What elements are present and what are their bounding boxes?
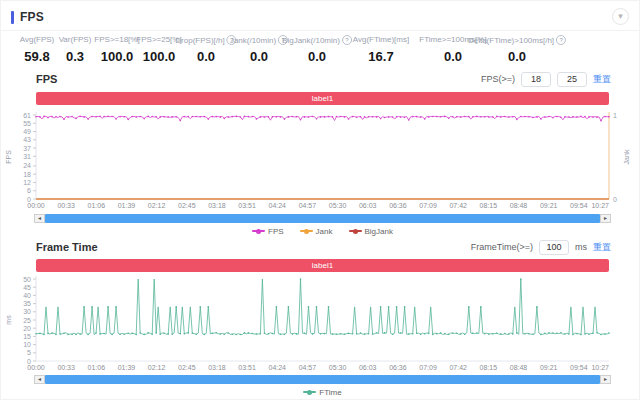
svg-text:25: 25 (23, 317, 31, 324)
svg-text:18: 18 (23, 171, 31, 178)
series-FTime (35, 278, 610, 335)
svg-text:45: 45 (23, 284, 31, 291)
svg-text:07:42: 07:42 (449, 364, 467, 371)
fps-section-header: FPS FPS(>=) 重置 (36, 71, 611, 87)
svg-text:00:33: 00:33 (57, 202, 75, 209)
ftime-reset-link[interactable]: 重置 (593, 241, 611, 254)
scroll-left-icon[interactable]: ◂ (34, 214, 45, 223)
svg-text:20: 20 (23, 325, 31, 332)
svg-text:04:24: 04:24 (268, 364, 286, 371)
stat-fps-ge-18: FPS>=18[%] 100.0 (94, 35, 139, 64)
scroll-left-icon[interactable]: ◂ (34, 375, 45, 384)
stat-delta-ftime: Delta(FTime)>100ms[/h]? 0.0 (468, 35, 566, 64)
svg-text:50: 50 (23, 276, 31, 283)
svg-text:08:15: 08:15 (480, 202, 498, 209)
stat-value: 0.0 (468, 49, 566, 64)
svg-text:02:12: 02:12 (148, 364, 166, 371)
svg-text:03:51: 03:51 (238, 364, 256, 371)
svg-text:24: 24 (23, 162, 31, 169)
accent-bar (11, 11, 14, 24)
stat-bigjank: BigJank(/10min)? 0.0 (282, 35, 352, 64)
fps-chart-legend: FPSJankBigJank (36, 226, 609, 236)
legend-label: Jank (316, 227, 333, 236)
svg-text:07:09: 07:09 (419, 202, 437, 209)
collapse-button[interactable]: ▾ (612, 8, 629, 25)
svg-text:40: 40 (23, 292, 31, 299)
svg-text:02:12: 02:12 (148, 202, 166, 209)
stat-value: 0.0 (282, 49, 352, 64)
svg-text:FPS: FPS (5, 150, 12, 164)
svg-text:09:54: 09:54 (570, 364, 588, 371)
stat-value: 16.7 (353, 49, 409, 64)
info-icon[interactable]: ? (556, 35, 566, 45)
fps-chart[interactable]: 61554943373124181260FPS10Jank00:0000:330… (1, 107, 640, 211)
legend-item-BigJank[interactable]: BigJank (349, 227, 393, 236)
legend-marker-icon (252, 230, 265, 232)
legend-item-Jank[interactable]: Jank (300, 227, 333, 236)
svg-text:00:33: 00:33 (57, 364, 75, 371)
legend-label: BigJank (365, 227, 393, 236)
svg-text:01:06: 01:06 (88, 364, 106, 371)
svg-text:08:48: 08:48 (510, 364, 528, 371)
svg-text:30: 30 (23, 308, 31, 315)
ftime-chart-scrollbar: ◂ ▸ (34, 375, 611, 384)
svg-text:43: 43 (23, 136, 31, 143)
svg-text:35: 35 (23, 300, 31, 307)
svg-text:07:42: 07:42 (449, 202, 467, 209)
stat-drop-fps: Drop(FPS)[/h]? 0.0 (175, 35, 236, 64)
svg-text:08:15: 08:15 (480, 364, 498, 371)
svg-text:06:03: 06:03 (359, 364, 377, 371)
svg-text:06:03: 06:03 (359, 202, 377, 209)
legend-label: FPS (268, 227, 284, 236)
scrollbar-thumb[interactable] (45, 214, 600, 223)
svg-text:06:36: 06:36 (389, 364, 407, 371)
stat-value: 0.0 (175, 49, 236, 64)
svg-text:10:27: 10:27 (591, 364, 609, 371)
svg-text:1: 1 (613, 112, 617, 119)
panel-title: FPS (20, 10, 44, 24)
svg-text:01:06: 01:06 (88, 202, 106, 209)
svg-text:49: 49 (23, 128, 31, 135)
svg-text:6: 6 (27, 187, 31, 194)
fps-threshold-input-1[interactable] (521, 72, 551, 87)
stat-value: 100.0 (94, 49, 139, 64)
legend-item-FTime[interactable]: FTime (303, 388, 341, 397)
svg-text:15: 15 (23, 333, 31, 340)
axes: 61554943373124181260FPS10Jank00:0000:330… (5, 112, 630, 210)
svg-text:0: 0 (613, 196, 617, 203)
svg-text:03:18: 03:18 (208, 364, 226, 371)
info-icon[interactable]: ? (342, 35, 352, 45)
ftime-section-header: Frame Time FrameTime(>=) ms 重置 (36, 239, 611, 255)
series-FPS (35, 116, 610, 122)
scrollbar-thumb[interactable] (45, 375, 600, 384)
stats-row: Avg(FPS) 59.8 Var(FPS) 0.3 FPS>=18[%] 10… (1, 35, 640, 67)
ftime-unit-label: ms (575, 242, 587, 252)
fps-reset-link[interactable]: 重置 (593, 73, 611, 86)
scroll-right-icon[interactable]: ▸ (600, 375, 611, 384)
svg-text:09:54: 09:54 (570, 202, 588, 209)
stat-avg-ftime: Avg(FTime)[ms] 16.7 (353, 35, 409, 64)
svg-text:12: 12 (23, 179, 31, 186)
scroll-right-icon[interactable]: ▸ (600, 214, 611, 223)
stat-jank: Jank(/10min)? 0.0 (230, 35, 288, 64)
ftime-chart[interactable]: 50454035302520151050ms00:0000:3301:0601:… (1, 273, 640, 373)
svg-text:06:36: 06:36 (389, 202, 407, 209)
fps-threshold-input-2[interactable] (557, 72, 587, 87)
svg-text:55: 55 (23, 120, 31, 127)
performance-panel: FPS ▾ Avg(FPS) 59.8 Var(FPS) 0.3 FPS>=18… (0, 0, 640, 400)
svg-text:09:21: 09:21 (540, 364, 558, 371)
svg-text:02:45: 02:45 (178, 202, 196, 209)
svg-text:31: 31 (23, 153, 31, 160)
legend-label: FTime (319, 388, 341, 397)
stat-value: 59.8 (20, 49, 55, 64)
svg-text:04:57: 04:57 (299, 364, 317, 371)
legend-item-FPS[interactable]: FPS (252, 227, 284, 236)
stat-var-fps: Var(FPS) 0.3 (59, 35, 92, 64)
svg-text:04:24: 04:24 (268, 202, 286, 209)
ftime-threshold-input[interactable] (539, 240, 569, 255)
svg-text:10:27: 10:27 (591, 202, 609, 209)
panel-header: FPS ▾ (11, 7, 631, 27)
chevron-down-icon: ▾ (618, 11, 623, 21)
svg-text:03:18: 03:18 (208, 202, 226, 209)
fps-chart-scrollbar: ◂ ▸ (34, 214, 611, 223)
